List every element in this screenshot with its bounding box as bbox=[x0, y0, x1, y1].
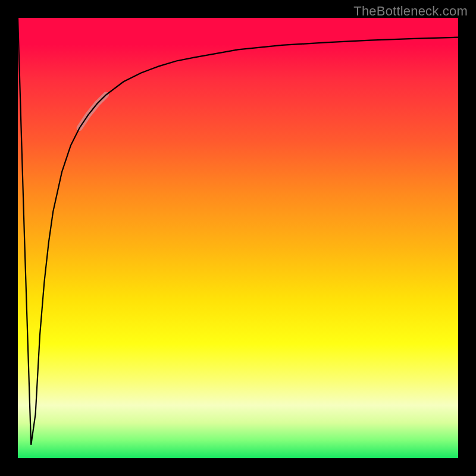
plot-area bbox=[18, 18, 458, 458]
curve-highlight bbox=[80, 95, 106, 129]
chart-frame: TheBottleneck.com bbox=[0, 0, 476, 476]
curve-layer bbox=[18, 18, 458, 458]
attribution-text: TheBottleneck.com bbox=[353, 4, 468, 19]
curve-main bbox=[18, 18, 458, 445]
